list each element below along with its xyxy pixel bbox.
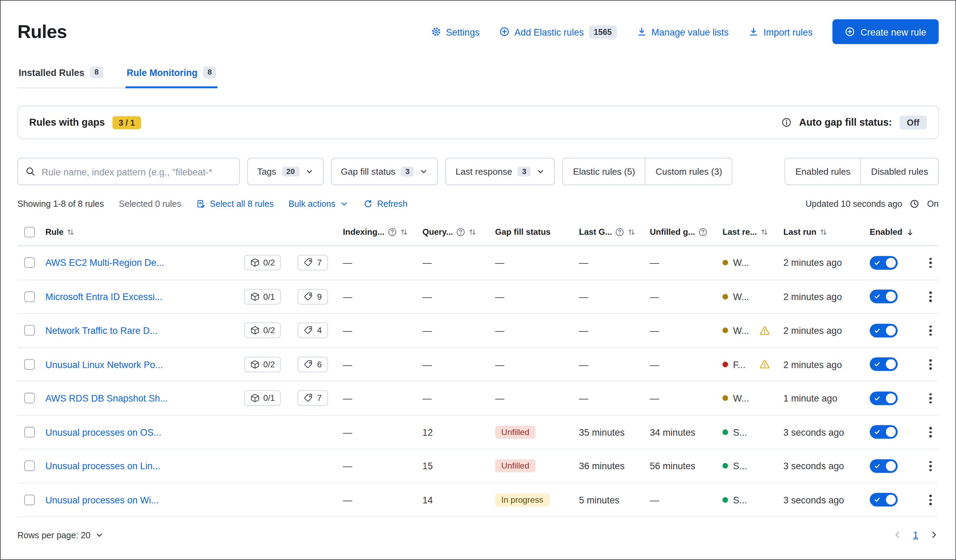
tags-badge[interactable]: 9 — [298, 289, 328, 305]
column-header-enabled[interactable]: Enabled — [863, 228, 923, 237]
chevron-down-icon — [95, 530, 104, 539]
select-all-checkbox[interactable] — [24, 227, 35, 238]
tags-count: 9 — [317, 292, 322, 301]
column-header-last-response[interactable]: Last re... — [716, 228, 777, 237]
enabled-toggle[interactable] — [870, 256, 898, 270]
table-row: AWS EC2 Multi-Region De... 0/2 7 — — — —… — [17, 246, 939, 280]
warning-triangle-icon[interactable] — [759, 326, 770, 336]
info-icon[interactable] — [782, 117, 792, 127]
page-number[interactable]: 1 — [913, 530, 918, 540]
row-checkbox[interactable] — [24, 427, 35, 437]
filter-bar: Tags 20 Gap fill status 3 Last response … — [17, 158, 939, 185]
add-elastic-rules-button[interactable]: Add Elastic rules 1565 — [499, 25, 617, 38]
elastic-rules-filter-button[interactable]: Elastic rules (5) — [563, 159, 645, 185]
rule-name-link[interactable]: AWS RDS DB Snapshot Sh... — [45, 393, 168, 404]
enabled-toggle[interactable] — [870, 357, 898, 371]
custom-rules-filter-button[interactable]: Custom rules (3) — [645, 159, 732, 185]
column-header-indexing[interactable]: Indexing... — [337, 228, 416, 237]
gear-icon — [431, 27, 441, 36]
gaps-panel-left: Rules with gaps 3 / 1 — [29, 116, 141, 129]
tags-filter-button[interactable]: Tags 20 — [247, 158, 323, 185]
rule-name-link[interactable]: Unusual Linux Network Po... — [45, 359, 163, 370]
auto-refresh-icon[interactable] — [910, 199, 920, 209]
gap-fill-status-filter-button[interactable]: Gap fill status 3 — [331, 158, 438, 185]
select-all-rules-button[interactable]: Select all 8 rules — [196, 199, 274, 209]
settings-button[interactable]: Settings — [431, 27, 480, 37]
toggle-knob — [886, 495, 896, 505]
help-icon[interactable] — [456, 228, 465, 237]
integrations-badge[interactable]: 0/2 — [244, 255, 281, 271]
row-checkbox[interactable] — [24, 393, 35, 404]
column-header-query[interactable]: Query... — [416, 228, 489, 237]
column-label: Last G... — [579, 228, 612, 237]
enabled-toggle[interactable] — [870, 392, 898, 405]
rule-name-link[interactable]: Network Traffic to Rare D... — [45, 325, 157, 336]
integration-package-icon — [250, 326, 259, 335]
auto-gap-fill-status-label: Auto gap fill status: — [799, 117, 892, 128]
row-checkbox[interactable] — [24, 258, 35, 268]
create-new-rule-button[interactable]: Create new rule — [832, 19, 939, 44]
integrations-badge[interactable]: 0/2 — [244, 357, 281, 372]
disabled-rules-filter-button[interactable]: Disabled rules — [860, 159, 938, 185]
last-run-cell: 2 minutes ago — [777, 325, 863, 336]
row-checkbox[interactable] — [24, 494, 35, 505]
enabled-toggle[interactable] — [870, 425, 898, 439]
last-run-cell: 3 seconds ago — [777, 427, 863, 437]
column-header-unfilled-gap[interactable]: Unfilled g... — [644, 228, 717, 237]
manage-value-lists-button[interactable]: Manage value lists — [637, 27, 728, 37]
tags-badge[interactable]: 6 — [298, 357, 328, 372]
tags-badge[interactable]: 4 — [298, 323, 328, 338]
tab-rule-monitoring[interactable]: Rule Monitoring 8 — [125, 63, 217, 88]
column-header-rule[interactable]: Rule — [42, 228, 336, 237]
row-checkbox[interactable] — [24, 291, 35, 302]
column-header-last-gap[interactable]: Last G... — [573, 228, 644, 237]
enabled-toggle[interactable] — [870, 289, 898, 304]
row-checkbox[interactable] — [24, 461, 35, 471]
query-time-cell: — — [416, 258, 489, 268]
help-icon[interactable] — [388, 228, 397, 237]
rule-name-link[interactable]: AWS EC2 Multi-Region De... — [45, 258, 164, 268]
integrations-badge[interactable]: 0/1 — [244, 289, 281, 305]
integrations-count: 0/1 — [263, 292, 275, 301]
enabled-toggle[interactable] — [870, 324, 898, 337]
tags-badge[interactable]: 7 — [298, 390, 328, 406]
tags-badge[interactable]: 7 — [298, 255, 328, 271]
row-actions-button[interactable] — [927, 424, 934, 439]
rule-name-link[interactable]: Unusual processes on Lin... — [45, 461, 160, 471]
import-rules-button[interactable]: Import rules — [748, 27, 813, 37]
warning-triangle-icon[interactable] — [759, 359, 770, 370]
gap-fill-status-filter-count: 3 — [401, 167, 414, 176]
row-actions-button[interactable] — [927, 390, 934, 406]
row-actions-button[interactable] — [927, 492, 934, 508]
tab-installed-rules[interactable]: Installed Rules 8 — [17, 63, 104, 88]
row-actions-button[interactable] — [927, 357, 934, 372]
help-icon[interactable] — [698, 228, 708, 237]
enabled-rules-filter-button[interactable]: Enabled rules — [786, 159, 860, 185]
column-header-last-run[interactable]: Last run — [777, 228, 863, 237]
help-icon[interactable] — [615, 228, 624, 237]
row-actions-button[interactable] — [927, 458, 934, 474]
integrations-badge[interactable]: 0/2 — [244, 323, 281, 338]
row-actions-button[interactable] — [927, 289, 934, 304]
import-rules-label: Import rules — [763, 27, 813, 37]
refresh-button[interactable]: Refresh — [363, 199, 407, 209]
last-response-filter-button[interactable]: Last response 3 — [445, 158, 555, 185]
previous-page-button[interactable] — [893, 530, 902, 539]
rows-per-page-button[interactable]: Rows per page: 20 — [17, 530, 103, 540]
rule-name-link[interactable]: Microsoft Entra ID Excessi... — [45, 291, 162, 302]
bulk-actions-button[interactable]: Bulk actions — [289, 199, 349, 209]
row-actions-button[interactable] — [927, 255, 934, 271]
row-actions-button[interactable] — [927, 323, 934, 338]
integrations-badge[interactable]: 0/1 — [244, 390, 281, 406]
enabled-toggle[interactable] — [870, 493, 898, 507]
unfilled-gap-cell: — — [644, 325, 717, 336]
row-checkbox[interactable] — [24, 359, 35, 370]
gap-fill-status-cell: Unfilled — [489, 459, 573, 473]
enabled-toggle[interactable] — [870, 459, 898, 473]
next-page-button[interactable] — [929, 530, 939, 539]
rule-name-link[interactable]: Unusual processes on OS... — [45, 427, 161, 437]
response-label: W... — [733, 258, 749, 268]
rule-name-link[interactable]: Unusual processes on Wi... — [45, 494, 159, 505]
rule-search-input[interactable] — [42, 167, 232, 177]
row-checkbox[interactable] — [24, 325, 35, 336]
